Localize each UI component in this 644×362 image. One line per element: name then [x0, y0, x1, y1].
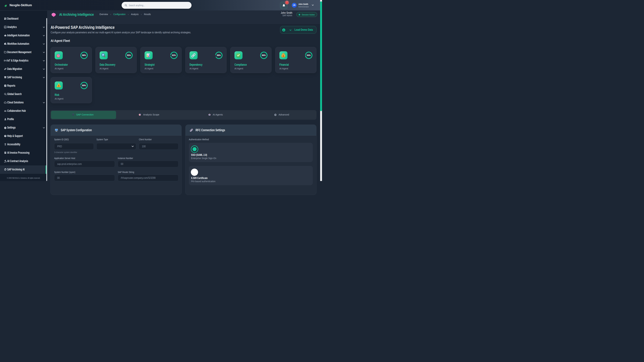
svg-text:$: $ — [283, 55, 284, 57]
